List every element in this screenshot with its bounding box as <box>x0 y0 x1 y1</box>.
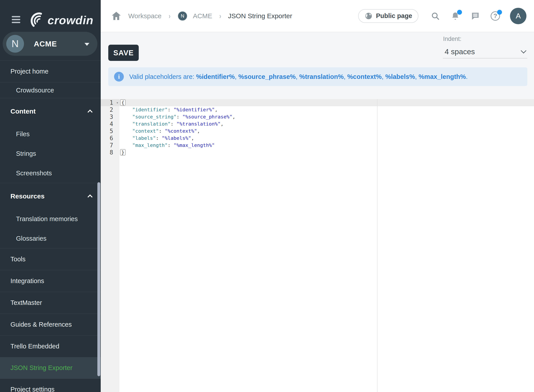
code-line[interactable]: 7 "max_length": "%max_length%" <box>101 142 534 149</box>
line-number[interactable]: 4 <box>101 121 119 128</box>
placeholder-token: %source_phrase% <box>238 73 296 80</box>
breadcrumb-project[interactable]: N ACME <box>178 11 212 21</box>
code-line[interactable]: 8} <box>101 149 534 156</box>
code-text[interactable]: "source_string": "%source_phrase%", <box>119 113 534 121</box>
code-token-ws <box>121 114 132 120</box>
fold-arrow-icon[interactable]: ▾ <box>116 99 118 106</box>
sidebar-menu: Project home Crowdsource Content Files S… <box>0 61 101 392</box>
chat-icon <box>471 11 480 21</box>
line-number[interactable]: 8 <box>101 149 119 156</box>
save-button[interactable]: SAVE <box>108 45 139 61</box>
code-text[interactable]: "identifier": "%identifier%", <box>119 106 534 113</box>
code-text[interactable]: "labels": "%labels%", <box>119 135 534 142</box>
sidebar-item-crowdsource[interactable]: Crowdsource <box>0 82 101 98</box>
crowdin-logo[interactable]: crowdin <box>28 12 93 29</box>
code-text[interactable]: } <box>119 149 534 156</box>
code-token-str: "%labels%" <box>162 135 191 141</box>
sidebar-item-translation-memories[interactable]: Translation memories <box>0 209 101 229</box>
code-token-p: : <box>168 142 174 148</box>
code-token-str: "%context%" <box>165 128 197 134</box>
sidebar-item-label: Guides & References <box>10 321 72 328</box>
code-line[interactable]: 2 "identifier": "%identifier%", <box>101 106 534 113</box>
notifications-button[interactable] <box>450 11 461 21</box>
indent-select[interactable]: 4 spaces <box>443 45 527 58</box>
app-root: crowdin N ACME Project home Crowdsource … <box>0 0 534 392</box>
sidebar-item-label: Trello Embedded <box>10 343 59 350</box>
sidebar-item-label: Project home <box>10 68 48 75</box>
sidebar-item-strings[interactable]: Strings <box>0 144 101 163</box>
breadcrumb-current-page: JSON String Exporter <box>228 12 292 20</box>
code-token-ws <box>121 107 132 112</box>
sidebar-section-resources[interactable]: Resources <box>0 183 101 209</box>
code-line[interactable]: 4 "translation": "%translation%", <box>101 121 534 128</box>
code-line[interactable]: 5 "context": "%context%", <box>101 128 534 135</box>
sidebar-section-label: Content <box>10 107 36 115</box>
sidebar-scrollbar[interactable] <box>97 182 100 376</box>
code-text[interactable]: "translation": "%translation%", <box>119 121 534 128</box>
sidebar-item-glossaries[interactable]: Glossaries <box>0 229 101 248</box>
line-number[interactable]: 2 <box>101 106 119 113</box>
line-number[interactable]: 6 <box>101 135 119 142</box>
public-page-label: Public page <box>376 12 412 19</box>
breadcrumb-project-name: ACME <box>193 12 212 20</box>
sidebar-item-trello-embedded[interactable]: Trello Embedded <box>0 335 101 357</box>
code-token-key: "context" <box>132 128 159 134</box>
sidebar-item-project-settings[interactable]: Project settings <box>0 378 101 392</box>
editor-ruler-line <box>377 99 378 392</box>
sidebar-item-guides-references[interactable]: Guides & References <box>0 313 101 335</box>
project-avatar: N <box>178 11 188 21</box>
messages-button[interactable] <box>470 11 481 21</box>
globe-icon <box>364 12 373 20</box>
code-line[interactable]: 1▾{ <box>101 99 534 106</box>
sidebar-item-label: Glossaries <box>16 235 47 242</box>
line-number[interactable]: 1▾ <box>101 99 119 106</box>
code-text[interactable]: "context": "%context%", <box>119 128 534 135</box>
code-token-key: "labels" <box>132 135 156 141</box>
sidebar-item-textmaster[interactable]: TextMaster <box>0 292 101 313</box>
header-actions: Public page <box>358 0 526 32</box>
sidebar-item-label: Screenshots <box>16 170 52 177</box>
user-avatar[interactable]: A <box>510 8 526 24</box>
code-token-p: : <box>159 128 165 134</box>
search-button[interactable] <box>430 11 441 21</box>
code-editor[interactable]: 1▾{2 "identifier": "%identifier%",3 "sou… <box>101 99 534 392</box>
sidebar-item-screenshots[interactable]: Screenshots <box>0 163 101 183</box>
hamburger-menu-icon[interactable] <box>12 16 20 24</box>
banner-text: Valid placeholders are: %identifier%, %s… <box>129 73 468 80</box>
help-badge <box>497 10 502 15</box>
code-token-ws <box>121 135 132 141</box>
sidebar-item-tools[interactable]: Tools <box>0 248 101 270</box>
sidebar-item-project-home[interactable]: Project home <box>0 61 101 82</box>
placeholder-token: %labels% <box>385 73 415 80</box>
sidebar-item-json-string-exporter[interactable]: JSON String Exporter <box>0 357 101 378</box>
home-icon[interactable] <box>111 11 122 21</box>
crowdin-logo-icon <box>28 12 45 29</box>
line-number[interactable]: 7 <box>101 142 119 149</box>
code-token-p: , <box>220 121 223 127</box>
sidebar-section-content[interactable]: Content <box>0 98 101 124</box>
code-text[interactable]: "max_length": "%max_length%" <box>119 142 534 149</box>
code-token-key: "identifier" <box>132 107 168 112</box>
breadcrumb-workspace[interactable]: Workspace <box>128 12 162 20</box>
code-token-key: "source_string" <box>132 114 177 120</box>
code-line[interactable]: 6 "labels": "%labels%", <box>101 135 534 142</box>
sidebar-item-label: Strings <box>16 150 36 157</box>
code-token-key: "translation" <box>132 121 170 127</box>
public-page-button[interactable]: Public page <box>358 9 418 23</box>
code-token-p: , <box>197 128 200 134</box>
help-button[interactable]: ? <box>490 11 501 21</box>
line-number[interactable]: 5 <box>101 128 119 135</box>
code-token-p: : <box>170 121 177 127</box>
sidebar-item-label: Translation memories <box>16 215 78 223</box>
code-token-p: : <box>177 114 183 120</box>
workspace-selector[interactable]: N ACME <box>3 32 97 56</box>
placeholder-token: %max_length% <box>419 73 466 80</box>
indent-selected-value: 4 spaces <box>445 47 475 56</box>
sidebar-item-integrations[interactable]: Integrations <box>0 270 101 292</box>
sidebar-item-label: Crowdsource <box>16 87 54 94</box>
code-line[interactable]: 3 "source_string": "%source_phrase%", <box>101 113 534 121</box>
code-text[interactable]: { <box>119 99 534 106</box>
line-number[interactable]: 3 <box>101 113 119 121</box>
info-banner: i Valid placeholders are: %identifier%, … <box>108 67 527 86</box>
sidebar-item-files[interactable]: Files <box>0 124 101 144</box>
